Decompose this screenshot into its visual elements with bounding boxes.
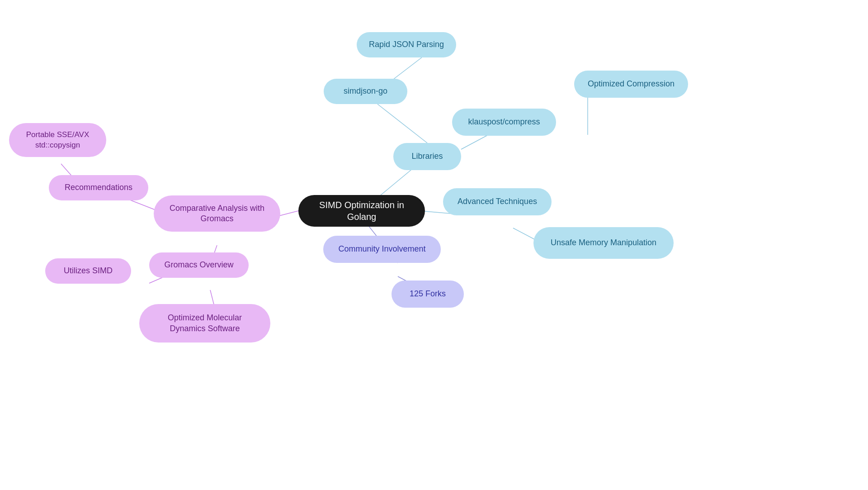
unsafe-memory-node: Unsafe Memory Manipulation xyxy=(533,227,674,259)
svg-line-1 xyxy=(377,104,427,143)
optimized-md-label: Optimized Molecular Dynamics Software xyxy=(149,313,260,334)
forks-node: 125 Forks xyxy=(392,281,464,308)
simdjson-node: simdjson-go xyxy=(324,79,407,104)
advanced-techniques-node: Advanced Techniques xyxy=(443,188,552,215)
recommendations-node: Recommendations xyxy=(49,175,148,200)
klauspost-node: klauspost/compress xyxy=(452,109,556,136)
gromacs-overview-node: Gromacs Overview xyxy=(149,252,249,278)
portable-sse-label: Portable SSE/AVXstd::copysign xyxy=(26,130,90,150)
svg-line-13 xyxy=(149,277,163,283)
center-node: SIMD Optimization in Golang xyxy=(298,195,425,227)
utilizes-simd-node: Utilizes SIMD xyxy=(45,258,131,284)
rapid-json-node: Rapid JSON Parsing xyxy=(357,32,456,57)
optimized-md-node: Optimized Molecular Dynamics Software xyxy=(139,304,270,343)
comparative-node: Comparative Analysis with Gromacs xyxy=(154,195,280,232)
community-node: Community Involvement xyxy=(323,236,441,263)
libraries-node: Libraries xyxy=(393,143,461,170)
svg-line-3 xyxy=(461,135,488,149)
optimized-compression-node: Optimized Compression xyxy=(574,71,688,98)
portable-sse-node: Portable SSE/AVXstd::copysign xyxy=(9,123,106,157)
